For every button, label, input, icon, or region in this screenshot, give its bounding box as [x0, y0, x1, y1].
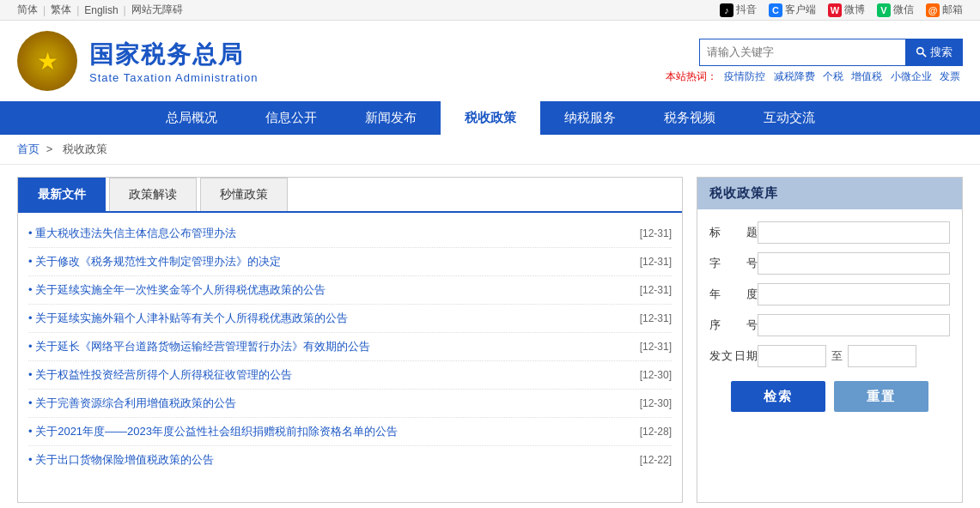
social-douyin[interactable]: ♪ 抖音	[720, 3, 757, 17]
hot-kw-4[interactable]: 增值税	[851, 70, 882, 82]
form-label-title: 标 题	[709, 225, 758, 240]
hot-kw-2[interactable]: 减税降费	[774, 70, 815, 82]
logo-emblem	[17, 31, 77, 91]
list-item: 关于修改《税务规范性文件制定管理办法》的决定 [12-31]	[28, 248, 672, 276]
nav-item-info[interactable]: 信息公开	[241, 101, 341, 135]
main-nav: 总局概况 信息公开 新闻发布 税收政策 纳税服务 税务视频 互动交流	[0, 101, 980, 135]
policy-date: [12-28]	[640, 426, 672, 438]
header: 国家税务总局 State Taxation Administration 搜索 …	[0, 21, 980, 101]
top-bar-left: 简体 | 繁体 | English | 网站无障碍	[17, 3, 183, 17]
form-row-seq: 序 号	[709, 314, 950, 336]
hot-label: 本站热词：	[666, 70, 717, 82]
search-area: 搜索 本站热词： 疫情防控 减税降费 个税 增值税 小微企业 发票	[666, 39, 963, 84]
policy-link[interactable]: 关于完善资源综合利用增值税政策的公告	[28, 396, 633, 411]
social-weibo[interactable]: W 微博	[828, 3, 865, 17]
tab-latest[interactable]: 最新文件	[18, 178, 106, 211]
date-sep: 至	[831, 348, 843, 364]
list-item: 关于出口货物保险增值税政策的公告 [12-22]	[28, 446, 672, 474]
form-label-seq: 序 号	[709, 318, 758, 333]
form-label-number: 字 号	[709, 256, 758, 271]
policy-date: [12-31]	[640, 256, 672, 268]
policy-link[interactable]: 关于延续实施外籍个人津补贴等有关个人所得税优惠政策的公告	[28, 311, 633, 326]
accessibility-link[interactable]: 网站无障碍	[131, 3, 183, 17]
policy-link[interactable]: 关于2021年度——2023年度公益性社会组织捐赠税前扣除资格名单的公告	[28, 424, 633, 439]
list-item: 关于2021年度——2023年度公益性社会组织捐赠税前扣除资格名单的公告 [12…	[28, 418, 672, 446]
date-from-input[interactable]	[758, 345, 826, 367]
date-range: 至	[758, 345, 916, 367]
social-kefu[interactable]: C 客户端	[769, 3, 816, 17]
search-box: 搜索	[699, 39, 963, 66]
svg-point-0	[917, 48, 923, 54]
year-input[interactable]	[758, 283, 950, 305]
policy-date: [12-31]	[640, 341, 672, 353]
kefu-label: 客户端	[785, 3, 816, 17]
list-item: 关于延续实施外籍个人津补贴等有关个人所得税优惠政策的公告 [12-31]	[28, 305, 672, 333]
social-email[interactable]: @ 邮箱	[926, 3, 963, 17]
search-input[interactable]	[699, 39, 905, 66]
nav-item-service[interactable]: 纳税服务	[540, 101, 640, 135]
form-row-date: 发文日期 至	[709, 345, 950, 367]
search-button[interactable]: 搜索	[905, 39, 963, 66]
list-item: 关于完善资源综合利用增值税政策的公告 [12-30]	[28, 390, 672, 418]
org-name-en: State Taxation Administration	[89, 71, 258, 84]
email-icon: @	[926, 3, 940, 17]
hot-kw-1[interactable]: 疫情防控	[724, 70, 765, 82]
policy-date: [12-30]	[640, 397, 672, 409]
nav-item-video[interactable]: 税务视频	[640, 101, 740, 135]
nav-item-news[interactable]: 新闻发布	[341, 101, 441, 135]
policy-link[interactable]: 关于出口货物保险增值税政策的公告	[28, 452, 633, 468]
tab-understand[interactable]: 秒懂政策	[200, 178, 288, 211]
sep3: |	[124, 4, 126, 16]
weibo-label: 微博	[844, 3, 865, 17]
form-row-year: 年 度	[709, 283, 950, 305]
list-item: 关于权益性投资经营所得个人所得税征收管理的公告 [12-30]	[28, 361, 672, 390]
nav-item-overview[interactable]: 总局概况	[142, 101, 241, 135]
social-weixin[interactable]: V 微信	[877, 3, 914, 17]
weibo-icon: W	[828, 3, 842, 17]
policy-link[interactable]: 重大税收违法失信主体信息公布管理办法	[28, 226, 633, 241]
left-panel: 最新文件 政策解读 秒懂政策 重大税收违法失信主体信息公布管理办法 [12-31…	[17, 177, 683, 503]
policy-search-button[interactable]: 检索	[731, 381, 825, 412]
policy-search-form: 标 题 字 号 年 度 序 号 发文日期 至	[697, 209, 962, 424]
hot-keywords: 本站热词： 疫情防控 减税降费 个税 增值税 小微企业 发票	[666, 70, 963, 84]
policy-date: [12-31]	[640, 227, 672, 239]
form-label-year: 年 度	[709, 287, 758, 302]
number-input[interactable]	[758, 252, 950, 275]
policy-link[interactable]: 关于修改《税务规范性文件制定管理办法》的决定	[28, 254, 633, 269]
sep2: |	[76, 4, 79, 16]
list-item: 关于延续实施全年一次性奖金等个人所得税优惠政策的公告 [12-31]	[28, 276, 672, 305]
douyin-icon: ♪	[720, 3, 733, 17]
policy-list: 重大税收违法失信主体信息公布管理办法 [12-31] 关于修改《税务规范性文件制…	[18, 213, 682, 481]
form-label-date: 发文日期	[709, 348, 758, 364]
policy-link[interactable]: 关于权益性投资经营所得个人所得税征收管理的公告	[28, 367, 633, 383]
title-input[interactable]	[758, 221, 950, 244]
douyin-label: 抖音	[736, 3, 757, 17]
email-label: 邮箱	[942, 3, 963, 17]
policy-link[interactable]: 关于延续实施全年一次性奖金等个人所得税优惠政策的公告	[28, 282, 633, 298]
hot-kw-5[interactable]: 小微企业	[891, 70, 932, 82]
date-to-input[interactable]	[848, 345, 916, 367]
form-btn-row: 检索 重置	[709, 381, 950, 412]
policy-date: [12-31]	[640, 312, 672, 324]
hot-kw-6[interactable]: 发票	[940, 70, 960, 82]
top-bar-right: ♪ 抖音 C 客户端 W 微博 V 微信 @ 邮箱	[720, 3, 963, 17]
kefu-icon: C	[769, 3, 782, 17]
seq-input[interactable]	[758, 314, 950, 336]
policy-link[interactable]: 关于延长《网络平台道路货物运输经营管理暂行办法》有效期的公告	[28, 339, 633, 354]
weixin-label: 微信	[893, 3, 914, 17]
breadcrumb-sep: >	[46, 142, 53, 155]
nav-item-interact[interactable]: 互动交流	[740, 101, 839, 135]
lang-english[interactable]: English	[84, 4, 118, 16]
tab-interpret[interactable]: 政策解读	[109, 178, 197, 211]
lang-simple[interactable]: 简体	[17, 3, 38, 17]
nav-item-policy[interactable]: 税收政策	[441, 101, 540, 135]
search-icon	[916, 46, 927, 57]
hot-kw-3[interactable]: 个税	[823, 70, 843, 82]
sep1: |	[43, 4, 46, 16]
breadcrumb-home[interactable]: 首页	[17, 142, 40, 155]
logo-area: 国家税务总局 State Taxation Administration	[17, 31, 258, 91]
svg-line-1	[922, 53, 926, 57]
list-item: 关于延长《网络平台道路货物运输经营管理暂行办法》有效期的公告 [12-31]	[28, 333, 672, 361]
lang-traditional[interactable]: 繁体	[51, 3, 71, 17]
policy-reset-button[interactable]: 重置	[834, 381, 928, 412]
